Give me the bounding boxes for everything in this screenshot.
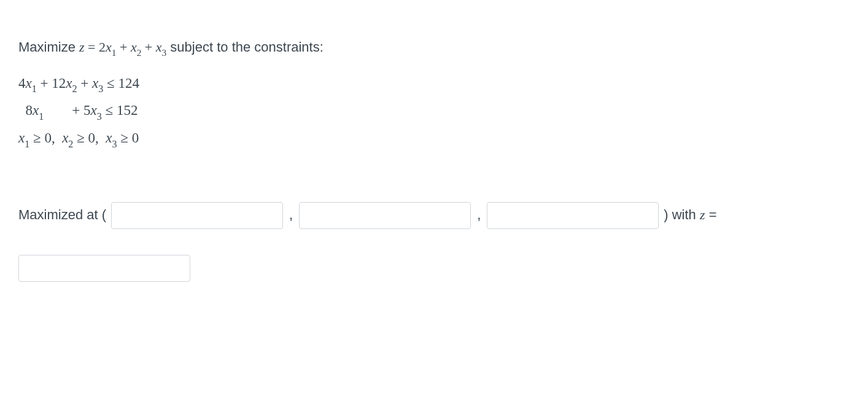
constraint-3: x1 ≥ 0, x2 ≥ 0, x3 ≥ 0 bbox=[18, 126, 850, 151]
maximized-label: Maximized at ( bbox=[18, 200, 106, 230]
objective-variable: z bbox=[79, 39, 85, 55]
constraint-2: 8x1 + 5x3 ≤ 152 bbox=[18, 98, 850, 123]
x1-input[interactable] bbox=[111, 202, 283, 229]
equals-sign: = bbox=[85, 39, 99, 55]
x2-input[interactable] bbox=[299, 202, 471, 229]
z-row bbox=[18, 245, 850, 282]
constraints-block: 4x1 + 12x2 + x3 ≤ 124 8x1 + 5x3 ≤ 152 x1… bbox=[18, 71, 850, 152]
objective-expression: 2x1 + x2 + x3 bbox=[99, 39, 166, 55]
intro-text: Maximize bbox=[18, 39, 79, 55]
z-input[interactable] bbox=[18, 255, 190, 282]
comma-2: , bbox=[477, 200, 481, 230]
comma-1: , bbox=[289, 200, 293, 230]
problem-statement: Maximize z = 2x1 + x2 + x3 subject to th… bbox=[18, 37, 850, 59]
subject-text: subject to the constraints: bbox=[166, 39, 324, 55]
constraint-1: 4x1 + 12x2 + x3 ≤ 124 bbox=[18, 71, 850, 96]
answer-section: Maximized at ( , , ) with z = bbox=[18, 200, 850, 282]
x3-input[interactable] bbox=[487, 202, 659, 229]
close-paren-with: ) with z = bbox=[664, 200, 716, 230]
